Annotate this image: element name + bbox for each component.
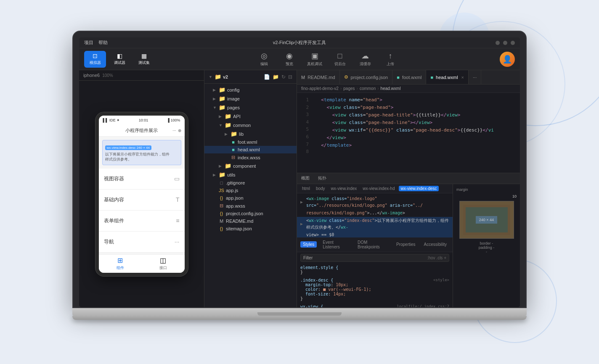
phone-nav-components[interactable]: ⊞ 组件 — [117, 256, 124, 271]
window-minimize[interactable] — [496, 41, 500, 45]
edit-icon: ◎ — [261, 51, 268, 61]
tab-more[interactable]: ··· — [469, 70, 481, 84]
json-icon: ⚙ — [344, 74, 348, 80]
toolbar-simulator-btn[interactable]: ⊡ 模拟器 — [84, 51, 106, 68]
tree-item-index-wxss[interactable]: ▶ ⊟ index.wxss — [204, 153, 297, 161]
user-avatar[interactable]: 👤 — [500, 52, 515, 67]
toolbar-debugger-btn[interactable]: ◧ 调试器 — [109, 51, 130, 68]
tree-item-lib[interactable]: ▶ 📁 lib — [204, 129, 297, 138]
tree-item-utils[interactable]: ▶ 📁 utils — [204, 170, 297, 179]
box-model-margin-val: 10 — [512, 194, 517, 198]
toolbar-right: 👤 — [500, 52, 515, 67]
refresh-icon[interactable]: ↻ — [281, 74, 286, 80]
styles-tab-dom-breakpoints[interactable]: DOM Breakpoints — [355, 239, 390, 250]
tab-head-wxml[interactable]: ■ head.wxml × — [426, 70, 469, 84]
upload-label: 上传 — [387, 61, 394, 67]
toolbar-background-action[interactable]: □ 切后台 — [331, 52, 349, 67]
tree-item-readme[interactable]: ▶ M README.md — [204, 217, 297, 225]
phone-status-left: ▌▌ IDE ✦ — [103, 118, 120, 122]
tree-item-app-json[interactable]: ▶ {} app.json — [204, 194, 297, 202]
tree-item-pages[interactable]: ▼ 📁 pages — [204, 103, 297, 112]
laptop-screen-inner: 项目 帮助 v2-FinClip小程序开发工具 ⊡ — [79, 37, 520, 307]
tree-item-head-wxml[interactable]: ▶ ■ head.wxml — [204, 146, 297, 153]
folder-icon: 📁 — [219, 104, 225, 111]
panel-scale: 100% — [102, 73, 113, 78]
code-line-5: <view wx:if="{{desc}}" class="page-head-… — [312, 127, 520, 134]
tree-item-app-js[interactable]: ▶ JS app.js — [204, 187, 297, 194]
toolbar-preview-action[interactable]: ◉ 预览 — [280, 51, 299, 67]
code-line-3: <view class="page-head-title">{{title}}<… — [312, 111, 520, 119]
phone-menu-label-3: 导航 — [104, 238, 114, 245]
folder-icon: 📁 — [219, 171, 225, 178]
tab-project-config[interactable]: ⚙ project.config.json — [340, 70, 393, 84]
dt-tab-elements[interactable]: 概图 — [297, 173, 314, 184]
file-tree-actions: 📄 📁 ↻ ⊟ — [264, 74, 292, 80]
tree-item-component[interactable]: ▶ 📁 component — [204, 161, 297, 170]
editor-panel: M README.md ⚙ project.config.json ■ foot… — [297, 70, 520, 307]
file-tree-root-label: v2 — [223, 74, 228, 79]
menu-item-help[interactable]: 帮助 — [98, 40, 108, 46]
styles-tab-properties[interactable]: Properties — [394, 241, 418, 248]
toolbar: ⊡ 模拟器 ◧ 调试器 ▦ 测试集 — [79, 48, 520, 70]
bc-body[interactable]: body — [314, 186, 327, 191]
laptop: 项目 帮助 v2-FinClip小程序开发工具 ⊡ — [72, 31, 527, 333]
dom-source-line-4: view> == $0 — [297, 231, 453, 237]
nav-icon: ··· — [175, 238, 180, 245]
tree-item-api[interactable]: ▶ 📁 API — [204, 112, 297, 121]
api-icon: ◫ — [160, 256, 166, 264]
toolbar-device-debug-action[interactable]: ▣ 真机调试 — [305, 51, 324, 67]
wxss-file-icon: ⊟ — [219, 203, 224, 208]
bc-wx-view-index-desc[interactable]: wx-view.index-desc — [399, 186, 438, 191]
phone-menu-item-3[interactable]: 导航 ··· — [99, 232, 185, 253]
tab-head-wxml-label: head.wxml — [436, 75, 458, 80]
main-area: iphone6 100% ▌▌ IDE ✦ 10:01 ▐ 100% — [79, 70, 520, 307]
left-panel: iphone6 100% ▌▌ IDE ✦ 10:01 ▐ 100% — [79, 70, 204, 307]
tree-item-app-wxss[interactable]: ▶ ⊟ app.wxss — [204, 202, 297, 210]
styles-tab-event-listeners[interactable]: Event Listeners — [320, 239, 352, 250]
styles-tab-styles[interactable]: Styles — [300, 241, 317, 248]
phone-menu-item-2[interactable]: 表单组件 ≡ — [99, 211, 185, 232]
debugger-label: 调试器 — [114, 60, 125, 66]
window-maximize[interactable] — [503, 41, 507, 45]
tab-foot-wxml[interactable]: ■ foot.wxml — [392, 70, 426, 84]
tree-item-image[interactable]: ▶ 📁 image — [204, 94, 297, 103]
dom-source-tree: ▶ <wx-image class="index-logo" src="../r… — [297, 193, 453, 237]
styles-tab-accessibility[interactable]: Accessibility — [421, 241, 449, 248]
phone-title-text: 小程序组件展示 — [125, 127, 158, 134]
phone-content: wx-view.index-desc 240 × 44 以下将展示小程序官方组件… — [99, 137, 185, 254]
tab-close-btn[interactable]: × — [461, 75, 464, 80]
wxml-icon: ■ — [397, 75, 400, 80]
tab-readme[interactable]: M README.md — [297, 70, 340, 84]
code-editor: 1 2 3 4 5 6 7 8 <template name="head"> — [297, 93, 520, 173]
code-line-8 — [312, 149, 520, 157]
collapse-icon[interactable]: ⊟ — [288, 74, 292, 80]
toolbar-edit-action[interactable]: ◎ 编辑 — [255, 51, 273, 67]
tree-item-config[interactable]: ▶ 📁 config — [204, 85, 297, 94]
dt-tab-styles[interactable]: 拓扑 — [314, 173, 331, 184]
phone-menu-item-1[interactable]: 基础内容 T — [99, 190, 185, 211]
folder-icon: 📁 — [219, 87, 225, 93]
new-file-icon[interactable]: 📄 — [264, 74, 270, 80]
new-folder-icon[interactable]: 📁 — [273, 74, 279, 80]
bc-wx-view-index-hd[interactable]: wx-view.index-hd — [361, 186, 396, 191]
bc-html[interactable]: html — [300, 186, 312, 191]
tree-item-gitignore[interactable]: ▶ □ .gitignore — [204, 179, 297, 187]
code-line-2: <view class="page-head"> — [312, 104, 520, 111]
tree-item-project-config[interactable]: ▶ {} project.config.json — [204, 210, 297, 217]
phone-nav-api[interactable]: ◫ 接口 — [159, 256, 167, 271]
filter-pseudo[interactable]: :hov .cls + — [427, 256, 446, 260]
toolbar-testset-btn[interactable]: ▦ 测试集 — [133, 51, 155, 68]
tree-item-sitemap[interactable]: ▶ {} sitemap.json — [204, 225, 297, 232]
toolbar-upload-action[interactable]: ↑ 上传 — [381, 52, 400, 67]
simulator-icon: ⊡ — [93, 53, 98, 59]
tree-item-foot-wxml[interactable]: ▶ ■ foot.wxml — [204, 138, 297, 146]
toolbar-clear-cache-action[interactable]: ☁ 清缓存 — [356, 51, 374, 67]
window-close[interactable] — [511, 41, 515, 45]
bc-wx-view-index[interactable]: wx-view.index — [329, 186, 359, 191]
phone-size-badge: wx-view.index-desc 240 × 44 — [105, 145, 152, 150]
phone-menu-item-0[interactable]: 视图容器 ▭ — [99, 169, 185, 190]
menu-bar: 项目 帮助 v2-FinClip小程序开发工具 — [79, 37, 520, 48]
tree-item-common[interactable]: ▼ 📁 common — [204, 121, 297, 129]
wxml-file-icon: ■ — [231, 147, 236, 152]
menu-item-project[interactable]: 项目 — [84, 40, 93, 46]
